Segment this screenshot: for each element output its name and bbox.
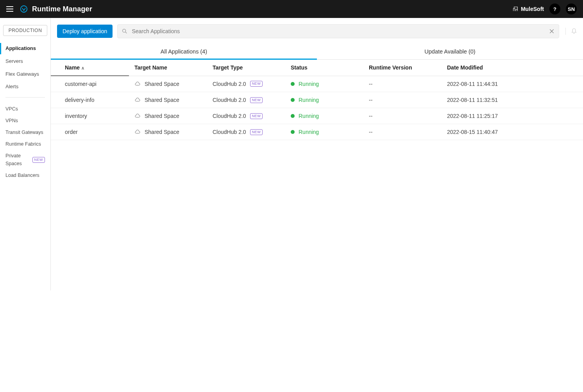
column-header-date-modified[interactable]: Date Modified xyxy=(442,60,583,76)
app-name: order xyxy=(65,129,78,135)
new-badge: NEW xyxy=(250,113,263,119)
sidebar-item-flex-gateways[interactable]: Flex Gateways xyxy=(0,68,50,81)
svg-line-2 xyxy=(125,32,127,33)
deploy-application-button[interactable]: Deploy application xyxy=(57,25,113,38)
column-header-label: Name xyxy=(65,64,80,71)
column-header-target-type[interactable]: Target Type xyxy=(207,60,285,76)
target-name: Shared Space xyxy=(145,81,179,87)
table-row[interactable]: orderShared SpaceCloudHub 2.0NEWRunning-… xyxy=(51,124,583,140)
date-modified: 2022-08-11 11:32:51 xyxy=(447,97,498,103)
help-button[interactable]: ? xyxy=(549,4,560,14)
target-type: CloudHub 2.0 xyxy=(213,113,246,119)
hamburger-menu-icon[interactable] xyxy=(6,6,13,12)
sidebar-item-vpcs[interactable]: VPCs xyxy=(0,103,50,115)
sidebar-item-label: Runtime Fabrics xyxy=(5,140,41,148)
status-indicator-icon xyxy=(291,82,295,86)
date-modified: 2022-08-11 11:25:17 xyxy=(447,113,498,119)
org-icon xyxy=(512,6,519,12)
top-header: Runtime Manager MuleSoft ? SN xyxy=(0,0,583,18)
sidebar-item-load-balancers[interactable]: Load Balancers xyxy=(0,169,50,181)
new-badge: NEW xyxy=(250,97,263,103)
tab[interactable]: All Applications (4) xyxy=(51,45,317,59)
sidebar-item-alerts[interactable]: Alerts xyxy=(0,80,50,93)
app-name: inventory xyxy=(65,113,87,119)
column-header-label: Runtime Version xyxy=(369,64,412,71)
target-type: CloudHub 2.0 xyxy=(213,97,246,103)
sidebar-item-private-spaces[interactable]: Private SpacesNEW xyxy=(0,150,50,169)
tab[interactable]: Update Available (0) xyxy=(317,45,583,59)
column-header-label: Status xyxy=(291,64,308,71)
sidebar-item-label: Applications xyxy=(5,45,36,53)
sidebar-item-vpns[interactable]: VPNs xyxy=(0,115,50,127)
sidebar-item-label: Transit Gateways xyxy=(5,128,43,136)
toolbar: Deploy application xyxy=(51,18,583,45)
sidebar-item-label: VPNs xyxy=(5,117,18,125)
status-indicator-icon xyxy=(291,130,295,134)
sidebar-item-servers[interactable]: Servers xyxy=(0,55,50,68)
new-badge: NEW xyxy=(250,129,263,135)
sidebar-item-label: Alerts xyxy=(5,83,18,91)
target-name: Shared Space xyxy=(145,129,179,135)
date-modified: 2022-08-15 11:40:47 xyxy=(447,129,498,135)
target-name: Shared Space xyxy=(145,97,179,103)
new-badge: NEW xyxy=(250,81,263,87)
cloud-icon xyxy=(134,130,141,134)
cloud-icon xyxy=(134,114,141,118)
status-text: Running xyxy=(299,97,319,103)
user-avatar[interactable]: SN xyxy=(566,4,577,14)
svg-point-0 xyxy=(21,6,27,12)
sidebar-item-transit-gateways[interactable]: Transit Gateways xyxy=(0,127,50,138)
table-row[interactable]: customer-apiShared SpaceCloudHub 2.0NEWR… xyxy=(51,76,583,92)
column-header-label: Target Type xyxy=(213,64,243,71)
notifications-icon[interactable] xyxy=(565,28,578,35)
new-badge: NEW xyxy=(32,157,45,163)
sidebar-item-label: Load Balancers xyxy=(5,171,39,179)
table-row[interactable]: delivery-infoShared SpaceCloudHub 2.0NEW… xyxy=(51,92,583,108)
search-input[interactable] xyxy=(128,28,549,34)
column-header-label: Target Name xyxy=(134,64,167,71)
sidebar-item-label: VPCs xyxy=(5,105,18,113)
column-header-runtime-version[interactable]: Runtime Version xyxy=(363,60,442,76)
status-text: Running xyxy=(299,129,319,135)
main-content: Deploy application All Applications (4)U… xyxy=(51,18,583,392)
sidebar-item-label: Private Spaces xyxy=(5,152,30,167)
column-header-target-name[interactable]: Target Name xyxy=(129,60,207,76)
sidebar-item-applications[interactable]: Applications xyxy=(0,42,50,55)
tab-label: All Applications (4) xyxy=(161,48,207,55)
clear-search-icon[interactable] xyxy=(549,28,555,34)
user-initials: SN xyxy=(568,6,575,12)
app-name: delivery-info xyxy=(65,97,94,103)
column-header-status[interactable]: Status xyxy=(285,60,363,76)
status-indicator-icon xyxy=(291,98,295,102)
help-icon: ? xyxy=(553,6,556,12)
runtime-manager-logo-icon xyxy=(20,5,28,13)
tab-label: Update Available (0) xyxy=(424,48,475,55)
sidebar: PRODUCTION ApplicationsServersFlex Gatew… xyxy=(0,18,51,290)
svg-point-1 xyxy=(123,29,126,32)
sort-asc-icon: ∧ xyxy=(81,66,84,70)
applications-table: Name∧Target NameTarget TypeStatusRuntime… xyxy=(51,60,583,140)
runtime-version: -- xyxy=(369,129,372,135)
table-row[interactable]: inventoryShared SpaceCloudHub 2.0NEWRunn… xyxy=(51,108,583,124)
cloud-icon xyxy=(134,98,141,102)
column-header-label: Date Modified xyxy=(447,64,483,71)
search-bar[interactable] xyxy=(117,24,559,38)
app-name: customer-api xyxy=(65,81,97,87)
org-switcher[interactable]: MuleSoft xyxy=(512,6,544,12)
runtime-version: -- xyxy=(369,97,372,103)
runtime-version: -- xyxy=(369,81,372,87)
environment-selector[interactable]: PRODUCTION xyxy=(3,25,47,36)
status-text: Running xyxy=(299,113,319,119)
cloud-icon xyxy=(134,82,141,86)
status-indicator-icon xyxy=(291,114,295,118)
column-header-name[interactable]: Name∧ xyxy=(51,60,129,76)
sidebar-item-label: Flex Gateways xyxy=(5,70,39,78)
target-name: Shared Space xyxy=(145,113,179,119)
status-text: Running xyxy=(299,81,319,87)
tabs: All Applications (4)Update Available (0) xyxy=(51,45,583,60)
date-modified: 2022-08-11 11:44:31 xyxy=(447,81,498,87)
sidebar-item-runtime-fabrics[interactable]: Runtime Fabrics xyxy=(0,138,50,150)
org-label: MuleSoft xyxy=(521,6,544,12)
sidebar-divider xyxy=(5,97,45,98)
runtime-version: -- xyxy=(369,113,372,119)
